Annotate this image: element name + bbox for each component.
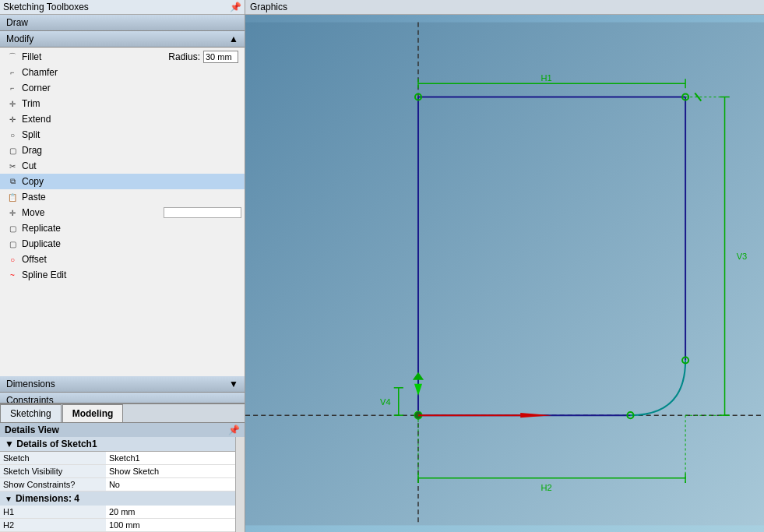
fillet-label: Fillet [22, 51, 41, 62]
corner-label: Corner [22, 83, 51, 93]
panel-header: Sketching Toolboxes 📌 [0, 0, 245, 15]
cut-icon: ✂ [6, 160, 19, 172]
pin-icon[interactable]: 📌 [230, 2, 241, 12]
tool-extend[interactable]: ✛ Extend [0, 111, 245, 127]
chamfer-label: Chamfer [22, 67, 58, 78]
trim-label: Trim [22, 98, 40, 109]
details-table: Sketch Sketch1 Sketch Visibility Show Sk… [0, 452, 235, 491]
svg-text:H2: H2 [540, 483, 551, 492]
empty-space [0, 283, 245, 376]
radius-label: Radius: [168, 51, 200, 62]
table-row: H1 20 mm [0, 506, 235, 519]
constraints-label: Constraints [6, 395, 54, 403]
svg-text:H1: H1 [540, 73, 551, 83]
details-scroll-area: ▼ Details of Sketch1 Sketch Sketch1 Sket… [0, 437, 245, 532]
split-label: Split [22, 129, 40, 140]
details-pin-icon[interactable]: 📌 [228, 425, 240, 435]
dim-h2-name: H2 [0, 519, 106, 532]
modify-section-header[interactable]: Modify ▲ [0, 31, 245, 48]
modify-label: Modify [6, 33, 33, 44]
draw-label: Draw [6, 17, 28, 28]
details-header: Details View 📌 [0, 423, 245, 437]
cut-label: Cut [22, 160, 37, 171]
tool-corner[interactable]: ⌐ Corner [0, 80, 245, 96]
tool-move[interactable]: ✛ Move [0, 205, 164, 220]
graphics-title: Graphics [250, 2, 287, 12]
tool-trim[interactable]: ✛ Trim [0, 96, 245, 111]
copy-icon: ⧉ [6, 175, 19, 188]
drag-label: Drag [22, 145, 42, 156]
key-constraints: Show Constraints? [0, 478, 106, 491]
section-title-text: Details of Sketch1 [16, 439, 97, 449]
tab-sketching[interactable]: Sketching [0, 404, 62, 422]
extend-icon: ✛ [6, 113, 19, 125]
duplicate-icon: ▢ [6, 238, 19, 250]
move-row: ✛ Move [0, 205, 245, 220]
table-row: Sketch Sketch1 [0, 452, 235, 465]
dimensions-scroll: ▼ [229, 379, 238, 389]
dimensions-table: H1 20 mm H2 100 mm [0, 506, 235, 532]
graphics-canvas[interactable]: H1 H2 V3 V4 [245, 16, 764, 532]
split-icon: ○ [6, 129, 19, 141]
panel-title: Sketching Toolboxes [3, 2, 89, 12]
tool-cut[interactable]: ✂ Cut [0, 158, 245, 174]
spline-edit-icon: ~ [6, 269, 19, 281]
offset-icon: ○ [6, 253, 19, 266]
details-content: ▼ Details of Sketch1 Sketch Sketch1 Sket… [0, 437, 235, 532]
details-panel: Details View 📌 ▼ Details of Sketch1 Sket… [0, 422, 245, 532]
draw-section-header[interactable]: Draw [0, 15, 245, 31]
table-row: Sketch Visibility Show Sketch [0, 465, 235, 478]
tool-copy[interactable]: ⧉ Copy [0, 174, 245, 189]
key-visibility: Sketch Visibility [0, 465, 106, 478]
tool-offset[interactable]: ○ Offset [0, 252, 245, 267]
expand-icon: ▼ [5, 439, 16, 449]
table-row: Show Constraints? No [0, 478, 235, 491]
tab-modeling[interactable]: Modeling [62, 404, 124, 422]
graphics-header: Graphics [245, 0, 764, 15]
fillet-icon: ⌒ [6, 51, 19, 63]
duplicate-label: Duplicate [22, 238, 61, 249]
graphics-panel[interactable]: Graphics [245, 0, 764, 532]
move-icon: ✛ [6, 206, 19, 219]
tool-chamfer[interactable]: ⌐ Chamfer [0, 65, 245, 80]
move-label: Move [22, 207, 44, 218]
tab-sketching-label: Sketching [10, 408, 51, 419]
details-section-title: ▼ Details of Sketch1 [0, 437, 235, 452]
modify-tool-list: ⌒ Fillet Radius: ⌐ Chamfer ⌐ Corner ✛ Tr… [0, 48, 245, 403]
details-scrollbar[interactable] [235, 437, 245, 532]
tool-duplicate[interactable]: ▢ Duplicate [0, 236, 245, 252]
tool-fillet[interactable]: ⌒ Fillet Radius: [0, 49, 245, 65]
corner-icon: ⌐ [6, 82, 19, 94]
value-sketch: Sketch1 [106, 452, 235, 465]
dimensions-header: ▼ Dimensions: 4 [0, 491, 235, 506]
svg-text:V4: V4 [380, 397, 391, 407]
dimensions-label: Dimensions [6, 379, 55, 389]
tab-bar: Sketching Modeling [0, 403, 245, 422]
left-panel: Sketching Toolboxes 📌 Draw Modify ▲ ⌒ Fi… [0, 0, 245, 532]
dim-expand-icon: ▼ [5, 495, 12, 503]
modify-scroll-icon: ▲ [229, 33, 238, 44]
paste-label: Paste [22, 192, 46, 203]
replicate-icon: ▢ [6, 222, 19, 234]
copy-label: Copy [22, 176, 44, 187]
tool-split[interactable]: ○ Split [0, 127, 245, 143]
tool-drag[interactable]: ▢ Drag [0, 143, 245, 158]
svg-text:V3: V3 [737, 252, 748, 261]
paste-icon: 📋 [6, 191, 19, 203]
dimensions-count: Dimensions: 4 [16, 493, 79, 504]
constraints-section-header[interactable]: Constraints [0, 393, 245, 403]
table-row: H2 100 mm [0, 519, 235, 532]
tool-spline-edit[interactable]: ~ Spline Edit [0, 267, 245, 283]
move-input-bar [164, 207, 241, 218]
replicate-label: Replicate [22, 223, 61, 234]
tab-modeling-label: Modeling [72, 408, 114, 419]
trim-icon: ✛ [6, 97, 19, 110]
tool-paste[interactable]: 📋 Paste [0, 189, 245, 205]
tool-replicate[interactable]: ▢ Replicate [0, 220, 245, 236]
radius-input[interactable] [203, 51, 238, 63]
extend-label: Extend [22, 114, 51, 125]
chamfer-icon: ⌐ [6, 66, 19, 79]
dim-h1-value: 20 mm [106, 506, 235, 519]
dimensions-section-header[interactable]: Dimensions ▼ [0, 376, 245, 393]
dim-h1-name: H1 [0, 506, 106, 519]
